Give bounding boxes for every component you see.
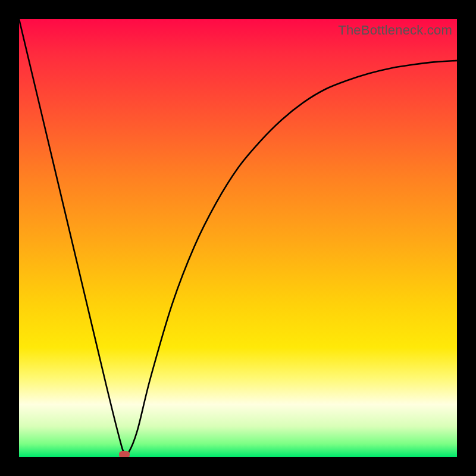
curve-layer	[19, 19, 457, 457]
chart-frame: TheBottleneck.com	[0, 0, 476, 476]
bottleneck-curve	[19, 19, 457, 455]
minimum-marker	[119, 451, 130, 457]
plot-area: TheBottleneck.com	[19, 19, 457, 457]
